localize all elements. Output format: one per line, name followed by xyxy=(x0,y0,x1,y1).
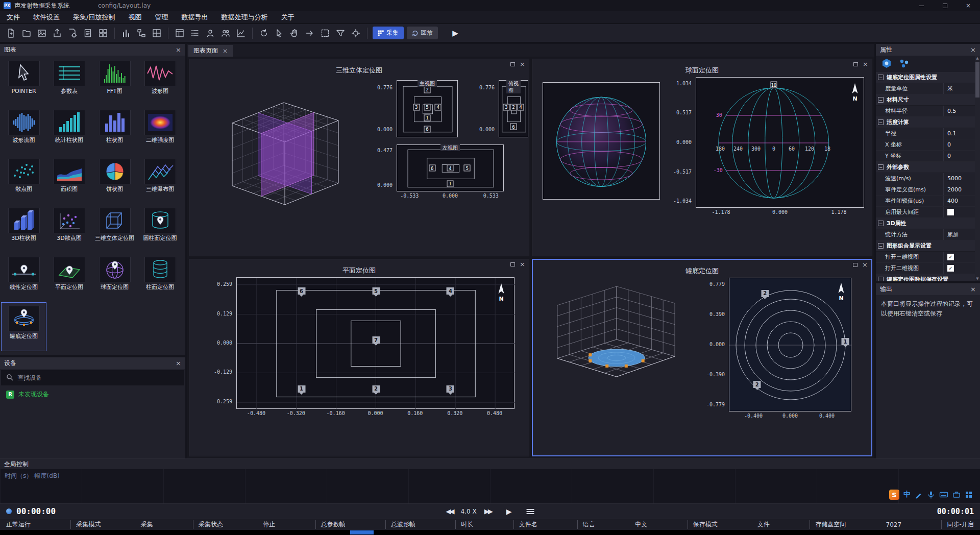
property-section[interactable]: −活度计算 xyxy=(876,117,975,128)
properties-close-button[interactable]: × xyxy=(970,46,976,54)
replay-button[interactable]: 回放 xyxy=(407,27,438,39)
signal-filter-button[interactable] xyxy=(333,26,348,40)
chart-type-bars[interactable]: 柱状图 xyxy=(92,106,137,155)
ime-pen-icon[interactable] xyxy=(915,491,923,499)
new-file-button[interactable] xyxy=(4,26,18,40)
toolbar-play-button[interactable]: ▶ xyxy=(448,29,462,38)
panel-restore-button[interactable] xyxy=(853,62,858,66)
panel-close-button[interactable]: × xyxy=(863,61,868,67)
panel-tank-bottom-location[interactable]: × 罐底定位图 212N0.7790.3900.000-0.390-0.779-… xyxy=(532,259,872,456)
data-export-button[interactable] xyxy=(50,26,64,40)
play-button[interactable]: ▶ xyxy=(506,507,512,516)
property-section[interactable]: −3D属性 xyxy=(876,218,975,229)
scroll-up-icon[interactable]: ▲ xyxy=(976,56,978,61)
acquire-button[interactable]: 采集 xyxy=(373,27,404,39)
properties-scrollbar[interactable]: ▲ ▼ xyxy=(975,56,980,281)
combo-chart-button[interactable] xyxy=(234,26,248,40)
minimize-button[interactable] xyxy=(910,0,933,11)
chart-type-wave-stream[interactable]: 波形流图 xyxy=(1,106,46,155)
chart-type-cube-location[interactable]: 三维立体定位图 xyxy=(92,204,137,253)
checkbox-unchecked[interactable] xyxy=(947,209,954,215)
chart-type-area[interactable]: 面积图 xyxy=(46,155,92,204)
collapse-icon[interactable]: − xyxy=(878,119,884,125)
panel-close-button[interactable]: × xyxy=(520,61,525,67)
chart-type-cylsurf-location[interactable]: 柱面定位图 xyxy=(137,253,183,302)
ime-grid-icon[interactable] xyxy=(965,491,973,499)
panel-restore-button[interactable] xyxy=(510,262,515,266)
chart-library-close-button[interactable]: × xyxy=(176,46,181,54)
flow-layout-button[interactable] xyxy=(134,26,149,40)
chart-type-scatter-3d[interactable]: 3D散点图 xyxy=(46,204,92,253)
property-value[interactable] xyxy=(943,207,975,217)
chart-type-pointer[interactable]: POINTER xyxy=(1,57,46,106)
scrollbar-thumb[interactable] xyxy=(975,62,979,98)
device-search-input[interactable]: 查找设备 xyxy=(1,370,184,385)
scroll-down-icon[interactable]: ▼ xyxy=(976,276,978,281)
chart-type-waveform[interactable]: 波形图 xyxy=(137,57,183,106)
page-layout-button[interactable] xyxy=(173,26,187,40)
chart-type-sphere-location[interactable]: 球面定位图 xyxy=(92,253,137,302)
chart-type-stat-bars[interactable]: 统计柱状图 xyxy=(46,106,92,155)
ime-mic-icon[interactable] xyxy=(927,491,935,499)
panel-close-button[interactable]: × xyxy=(862,261,868,268)
list-view-button[interactable] xyxy=(188,26,202,40)
collapse-icon[interactable]: − xyxy=(878,164,884,170)
menu-item[interactable]: 采集/回放控制 xyxy=(66,11,121,23)
property-value[interactable]: 累加 xyxy=(943,229,975,240)
step-forward-button[interactable] xyxy=(303,26,317,40)
property-value[interactable]: 0.1 xyxy=(943,128,975,139)
menu-item[interactable]: 软件设置 xyxy=(27,11,66,23)
panel-close-button[interactable]: × xyxy=(520,261,525,268)
panel-3d-stereo-location[interactable]: × 三维立体定位图 主视图2354160.7760.000俯视图532460.7… xyxy=(189,59,529,256)
chart-type-tank-location[interactable]: 罐底定位图 xyxy=(1,302,46,351)
open-file-button[interactable] xyxy=(19,26,34,40)
ime-logo[interactable]: S xyxy=(889,490,899,500)
device-list-item[interactable]: R 未发现设备 xyxy=(0,386,185,402)
menu-item[interactable]: 数据导出 xyxy=(175,11,214,23)
crosshair-button[interactable] xyxy=(349,26,363,40)
menu-item[interactable]: 数据处理与分析 xyxy=(214,11,274,23)
menu-item[interactable]: 管理 xyxy=(148,11,175,23)
playback-speed[interactable]: 4.0 X xyxy=(461,508,477,515)
image-export-button[interactable] xyxy=(35,26,49,40)
tab-chart-page[interactable]: 图表页面 × xyxy=(188,45,233,57)
pointer-button[interactable] xyxy=(272,26,286,40)
ime-mode-chinese[interactable]: 中 xyxy=(903,490,911,499)
refresh-button[interactable] xyxy=(257,26,271,40)
pan-hand-button[interactable] xyxy=(287,26,302,40)
menu-item[interactable]: 视图 xyxy=(121,11,148,23)
menu-item[interactable]: 关于 xyxy=(274,11,301,23)
chart-type-intensity-2d[interactable]: 二维强度图 xyxy=(137,106,183,155)
property-value[interactable]: 0 xyxy=(943,139,975,150)
tab-close-icon[interactable]: × xyxy=(223,47,228,55)
property-section[interactable]: −罐底定位图属性设置 xyxy=(876,72,975,83)
nodes-icon[interactable] xyxy=(898,58,910,70)
property-section[interactable]: −罐底定位图数据保存设置 xyxy=(876,274,975,281)
column-chart-button[interactable] xyxy=(119,26,133,40)
collapse-icon[interactable]: − xyxy=(878,221,884,226)
property-value[interactable]: 0 xyxy=(943,151,975,161)
timeline-area[interactable]: 时间（s）-幅度(dB) S 中 xyxy=(0,469,980,503)
collapse-icon[interactable]: − xyxy=(878,75,884,80)
chart-type-pie[interactable]: 饼状图 xyxy=(92,155,137,204)
collapse-icon[interactable]: − xyxy=(878,277,884,281)
panel-sphere-location[interactable]: × 球面定位图 1802403000601201830-3010N1.0340.… xyxy=(532,59,872,256)
property-value[interactable]: ✓ xyxy=(943,263,975,274)
devices-close-button[interactable]: × xyxy=(176,359,181,367)
panel-restore-button[interactable] xyxy=(853,263,857,267)
collapse-icon[interactable]: − xyxy=(878,243,884,249)
menu-item[interactable]: 文件 xyxy=(0,11,27,23)
ime-keyboard-icon[interactable] xyxy=(939,491,948,499)
property-value[interactable]: 5000 xyxy=(943,173,975,184)
close-button[interactable]: × xyxy=(957,0,980,11)
marquee-select-button[interactable] xyxy=(318,26,332,40)
fast-forward-button[interactable]: ▶▶ xyxy=(484,507,492,515)
report-button[interactable] xyxy=(81,26,95,40)
rewind-button[interactable]: ◀◀ xyxy=(446,507,453,515)
checkbox-checked[interactable]: ✓ xyxy=(947,265,954,272)
chart-type-param-table[interactable]: 参数表 xyxy=(46,57,92,106)
chart-type-linear-location[interactable]: 线性定位图 xyxy=(1,253,46,302)
chart-type-bars-3d[interactable]: 3D柱状图 xyxy=(1,204,46,253)
panel-restore-button[interactable] xyxy=(510,62,515,66)
chart-type-planar-location[interactable]: 平面定位图 xyxy=(46,253,92,302)
